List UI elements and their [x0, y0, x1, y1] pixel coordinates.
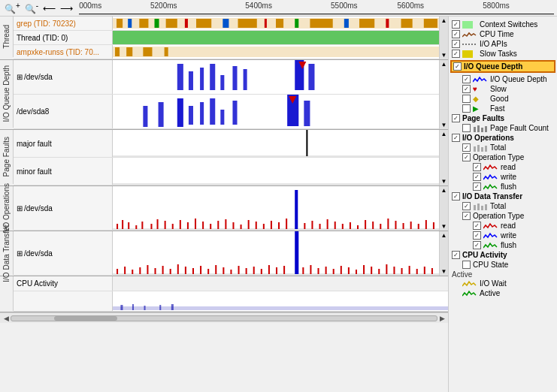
svg-rect-10	[265, 19, 267, 28]
svg-rect-76	[311, 221, 313, 229]
scroll-down-io-data[interactable]: ▼	[441, 268, 447, 275]
legend-cb-io-ops-flush[interactable]	[473, 182, 481, 191]
io-ops-sda-label: ⊞ /dev/sda	[14, 186, 113, 230]
scroll-down-io-queue[interactable]: ▼	[441, 122, 447, 128]
scroll-down-io-ops[interactable]: ▼	[441, 223, 447, 230]
legend-io-data-header: I/O Data Transfer	[452, 191, 554, 201]
legend-cb-io-data-flush[interactable]	[473, 241, 481, 249]
svg-rect-19	[113, 31, 439, 44]
legend-cb-io-data-read[interactable]	[473, 222, 481, 230]
pan-left-icon[interactable]: ⟵	[41, 3, 57, 14]
legend-cb-good[interactable]	[462, 95, 471, 103]
svg-rect-73	[278, 222, 280, 229]
legend-label-io-data-write: write	[501, 231, 554, 240]
legend-cb-io-apis[interactable]	[452, 40, 460, 48]
scroll-down-page-faults[interactable]: ▼	[441, 178, 447, 185]
legend-cb-cpu-time[interactable]	[452, 30, 460, 38]
legend-label-fast: Fast	[490, 104, 554, 113]
scroll-up-thread[interactable]: ▲	[441, 17, 447, 24]
scroll-up-io-data[interactable]: ▲	[441, 232, 447, 239]
svg-rect-24	[165, 47, 168, 56]
svg-rect-153	[481, 206, 483, 210]
legend-cb-page-fault-count[interactable]	[462, 124, 471, 132]
svg-rect-54	[141, 222, 143, 229]
svg-rect-69	[256, 222, 257, 229]
legend-cb-fast[interactable]	[462, 104, 471, 113]
svg-rect-90	[418, 224, 419, 229]
svg-rect-68	[248, 220, 250, 229]
scroll-down-thread[interactable]: ▼	[441, 52, 447, 59]
bottom-scrollbar[interactable]: ◀ ▶	[0, 312, 448, 323]
legend-label-cpu-time: CPU Time	[480, 30, 554, 38]
legend-cb-io-queue-sub[interactable]	[462, 75, 471, 83]
tick-5500ms: 5500ms	[331, 2, 358, 10]
svg-rect-31	[244, 69, 247, 90]
legend-label-good: Good	[490, 95, 554, 103]
legend-cb-io-queue-header[interactable]	[453, 62, 462, 71]
legend-cb-io-data-total[interactable]	[462, 202, 471, 210]
scroll-up-page-faults[interactable]: ▲	[441, 131, 447, 137]
scroll-left-arrow[interactable]: ◀	[2, 315, 11, 322]
svg-rect-108	[222, 267, 224, 274]
svg-rect-47	[306, 130, 307, 156]
svg-rect-58	[172, 224, 174, 229]
legend-cb-io-ops-write[interactable]	[473, 173, 481, 181]
svg-rect-136	[113, 306, 448, 310]
legend-label-io-data-optype: Operation Type	[473, 212, 554, 220]
svg-rect-101	[170, 269, 171, 274]
io-queue-sda8-row: /dev/sda8	[14, 95, 439, 129]
tick-5800ms: 5800ms	[483, 2, 510, 10]
svg-rect-103	[185, 267, 186, 274]
svg-rect-135	[431, 268, 433, 274]
legend-cb-io-data-header[interactable]	[452, 192, 460, 201]
svg-rect-41	[220, 110, 224, 125]
svg-rect-60	[187, 222, 189, 229]
svg-rect-70	[295, 190, 298, 229]
svg-rect-116	[283, 266, 285, 274]
zoom-out-icon[interactable]: 🔍-	[23, 2, 40, 14]
svg-rect-129	[386, 264, 387, 274]
svg-rect-120	[318, 268, 319, 274]
zoom-in-icon[interactable]: 🔍+	[3, 2, 22, 14]
svg-rect-55	[150, 224, 152, 229]
legend-cb-cpu-state[interactable]	[462, 261, 471, 269]
legend-cb-slow[interactable]	[462, 85, 471, 93]
legend-cb-io-ops-header[interactable]	[452, 134, 460, 142]
legend-cb-io-ops-total[interactable]	[462, 143, 471, 152]
svg-rect-85	[380, 224, 381, 229]
svg-rect-148	[477, 145, 480, 152]
pan-right-icon[interactable]: ⟶	[59, 3, 74, 14]
legend-cb-io-data-optype[interactable]	[462, 212, 471, 220]
legend-cb-slow-tasks[interactable]	[452, 50, 460, 58]
svg-rect-63	[210, 224, 211, 229]
legend-cb-page-faults[interactable]	[452, 114, 460, 122]
scrollbar-thumb[interactable]	[54, 316, 118, 321]
svg-rect-98	[147, 265, 148, 274]
legend-label-io-queue-sub: I/O Queue Depth	[490, 75, 554, 83]
svg-rect-121	[325, 267, 327, 274]
svg-rect-84	[372, 222, 374, 229]
legend-cb-io-data-write[interactable]	[473, 231, 481, 240]
legend-cb-context-switches[interactable]	[452, 20, 460, 29]
legend-io-ops-read: read	[452, 162, 554, 172]
legend-cb-cpu-activity[interactable]	[452, 251, 460, 259]
svg-rect-23	[143, 47, 152, 56]
scroll-up-io-ops[interactable]: ▲	[441, 187, 447, 194]
legend-cb-io-ops-optype[interactable]	[462, 153, 471, 161]
legend-page-faults-header: Page Faults	[452, 113, 554, 123]
legend-label-cpu-activity: CPU Activity	[462, 251, 554, 259]
legend-cb-io-ops-read[interactable]	[473, 163, 481, 171]
svg-rect-128	[378, 269, 380, 274]
scroll-right-arrow[interactable]: ▶	[437, 315, 447, 322]
legend-active-text: Active	[480, 289, 500, 297]
svg-rect-20	[113, 47, 439, 57]
io-queue-sda-row: ⊞ /dev/sda	[14, 60, 439, 95]
svg-rect-150	[485, 146, 487, 152]
svg-rect-100	[162, 266, 164, 274]
cpu-activity-section: CPU Activity	[0, 276, 448, 312]
legend-slow: ♥ Slow	[452, 84, 554, 94]
svg-rect-4	[155, 19, 159, 28]
svg-rect-37	[177, 98, 183, 127]
scroll-up-io-queue[interactable]: ▲	[441, 61, 447, 68]
scrollbar-track[interactable]	[11, 315, 437, 321]
